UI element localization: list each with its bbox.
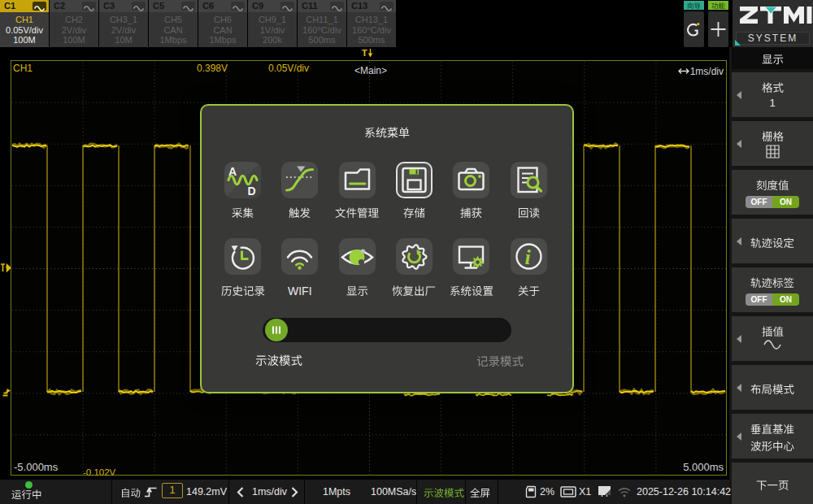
- svg-text:D: D: [248, 185, 256, 198]
- svg-text:i: i: [524, 245, 531, 268]
